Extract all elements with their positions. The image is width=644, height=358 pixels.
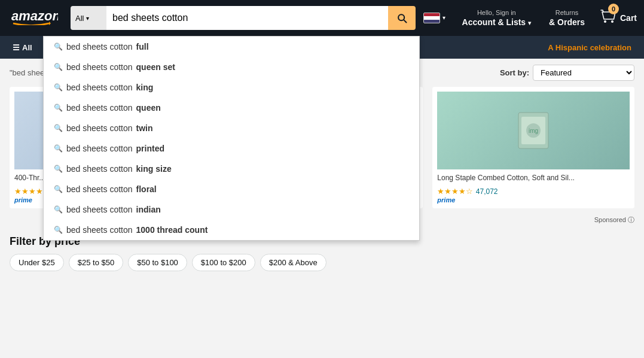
signin-line1: Hello, Sign in [462, 8, 531, 17]
suggestion-search-icon-5: 🔍 [54, 124, 63, 132]
language-selector[interactable]: ▾ [420, 10, 448, 26]
suggestion-search-icon-4: 🔍 [54, 104, 63, 112]
filter-200-above[interactable]: $200 & Above [260, 254, 326, 271]
product-card-3[interactable]: img Long Staple Combed Cotton, Soft and … [432, 87, 634, 208]
hamburger-icon: ☰ [13, 43, 20, 52]
search-category-dropdown[interactable]: All ▾ [71, 6, 106, 30]
product-rating-3: ★★★★☆ 47,072 [437, 186, 630, 196]
autocomplete-item-6[interactable]: 🔍 bed sheets cotton printed [44, 138, 419, 159]
filter-50-100[interactable]: $50 to $100 [128, 254, 187, 271]
suggestion-prefix-4: bed sheets cotton [66, 103, 133, 113]
product-image-3: img [437, 92, 630, 169]
suggestion-prefix-6: bed sheets cotton [66, 144, 133, 153]
autocomplete-item-7[interactable]: 🔍 bed sheets cotton king size [44, 159, 419, 179]
svg-text:amazon: amazon [11, 8, 58, 23]
filter-25-50[interactable]: $25 to $50 [69, 254, 123, 271]
suggestion-suffix-9: indian [136, 205, 161, 214]
suggestion-search-icon-9: 🔍 [54, 205, 63, 214]
all-menu-label: All [22, 43, 32, 52]
autocomplete-item-3[interactable]: 🔍 bed sheets cotton king [44, 77, 419, 98]
suggestion-search-icon-7: 🔍 [54, 165, 63, 173]
suggestion-prefix-5: bed sheets cotton [66, 123, 133, 133]
sponsored-info-icon[interactable]: ⓘ [628, 216, 634, 223]
suggestion-suffix-7: king size [136, 164, 172, 174]
suggestion-suffix-4: queen [136, 103, 161, 113]
category-arrow-icon: ▾ [86, 15, 89, 22]
search-button[interactable] [388, 6, 416, 30]
search-category-label: All [75, 14, 84, 23]
svg-point-2 [604, 20, 606, 23]
autocomplete-item-10[interactable]: 🔍 bed sheets cotton 1000 thread count [44, 220, 419, 240]
suggestion-search-icon-3: 🔍 [54, 83, 63, 92]
header-right: ▾ Hello, Sign in Account & Lists ▾ Retur… [420, 5, 637, 31]
suggestion-suffix-10: 1000 thread count [136, 225, 208, 235]
cart-icon-wrap: 0 [599, 7, 618, 29]
flag-arrow-icon: ▾ [442, 14, 445, 21]
cart-count: 0 [608, 4, 619, 14]
suggestion-suffix-6: printed [136, 144, 164, 153]
suggestion-search-icon-2: 🔍 [54, 63, 63, 71]
signin-line2: Account & Lists ▾ [462, 17, 531, 28]
product-title-3: Long Staple Combed Cotton, Soft and Sil.… [437, 173, 630, 183]
search-input[interactable] [106, 6, 388, 30]
suggestion-search-icon-6: 🔍 [54, 144, 63, 153]
suggestion-prefix-2: bed sheets cotton [66, 62, 133, 72]
suggestion-suffix-1: full [136, 42, 149, 51]
account-arrow-icon: ▾ [528, 20, 531, 26]
stars-3: ★★★★☆ [437, 187, 473, 196]
autocomplete-item-1[interactable]: 🔍 bed sheets cotton full [44, 37, 419, 57]
sort-select[interactable]: Featured Price: Low to High Price: High … [533, 65, 634, 81]
filter-100-200[interactable]: $100 to $200 [192, 254, 255, 271]
search-icon [396, 12, 408, 24]
filter-under-25[interactable]: Under $25 [10, 254, 64, 271]
suggestion-prefix-10: bed sheets cotton [66, 225, 133, 235]
filter-buttons: Under $25 $25 to $50 $50 to $100 $100 to… [10, 254, 634, 271]
svg-text:img: img [529, 128, 538, 134]
suggestion-search-icon-8: 🔍 [54, 185, 63, 193]
account-button[interactable]: Hello, Sign in Account & Lists ▾ [458, 5, 535, 31]
autocomplete-item-4[interactable]: 🔍 bed sheets cotton queen [44, 98, 419, 118]
returns-line2: & Orders [549, 17, 585, 28]
suggestion-suffix-8: floral [136, 184, 157, 194]
suggestion-prefix-3: bed sheets cotton [66, 83, 133, 92]
svg-point-3 [611, 20, 614, 23]
returns-line1: Returns [549, 8, 585, 17]
suggestion-search-icon-10: 🔍 [54, 226, 63, 234]
suggestion-prefix-7: bed sheets cotton [66, 164, 133, 174]
amazon-logo[interactable]: amazon [7, 5, 61, 31]
suggestion-prefix-9: bed sheets cotton [66, 205, 133, 214]
suggestion-suffix-5: twin [136, 123, 153, 133]
suggestion-suffix-3: king [136, 83, 154, 92]
us-flag-icon [423, 13, 440, 23]
returns-button[interactable]: Returns & Orders [545, 5, 589, 31]
sort-container: Sort by: Featured Price: Low to High Pri… [500, 65, 634, 81]
search-container: All ▾ [71, 6, 416, 30]
suggestion-prefix-1: bed sheets cotton [66, 42, 133, 51]
suggestion-search-icon-1: 🔍 [54, 43, 63, 51]
suggestion-suffix-2: queen set [136, 62, 175, 72]
autocomplete-item-8[interactable]: 🔍 bed sheets cotton floral [44, 179, 419, 199]
autocomplete-item-5[interactable]: 🔍 bed sheets cotton twin [44, 118, 419, 138]
header: amazon All ▾ ▾ Hello, Sign in Account & … [0, 0, 644, 36]
all-menu-button[interactable]: ☰ All [7, 40, 38, 55]
autocomplete-item-9[interactable]: 🔍 bed sheets cotton indian [44, 199, 419, 220]
prime-badge-3: prime [437, 196, 630, 204]
suggestion-prefix-8: bed sheets cotton [66, 184, 133, 194]
autocomplete-dropdown: 🔍 bed sheets cotton full 🔍 bed sheets co… [43, 36, 420, 241]
cart-label: Cart [620, 13, 637, 23]
product-img-placeholder-3: img [515, 110, 551, 151]
review-count-3: 47,072 [476, 187, 498, 196]
nav-hispanic-celebration[interactable]: A Hispanic celebration [542, 40, 637, 55]
autocomplete-item-2[interactable]: 🔍 bed sheets cotton queen set [44, 57, 419, 77]
cart-button[interactable]: 0 Cart [599, 7, 637, 29]
sort-label: Sort by: [500, 68, 529, 77]
